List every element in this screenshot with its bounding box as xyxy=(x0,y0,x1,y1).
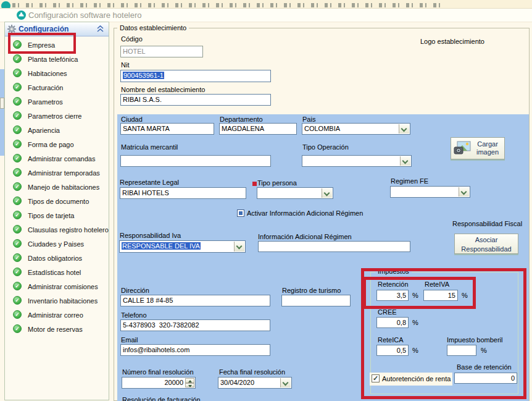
sidebar-item-label: Tipos de tarjeta xyxy=(28,212,74,219)
check-circle-icon: ✓ xyxy=(13,69,22,77)
sidebar-item-label: Ciudades y Paises xyxy=(28,240,84,248)
dropdown-arrow-icon[interactable] xyxy=(280,378,291,387)
check-circle-icon: ✓ xyxy=(13,54,22,63)
sidebar-item-label: Manejo de habitaciones xyxy=(28,184,99,191)
sidebar-item-label: Facturación xyxy=(28,84,63,91)
numero-final-resolucion-spinner[interactable]: 20000 xyxy=(122,377,196,389)
window-title-bar: Configuración software hotelero xyxy=(0,9,532,22)
sidebar-item-habitaciones[interactable]: ✓Habitaciones xyxy=(5,67,109,81)
app-window: Configuración software hotelero Configur… xyxy=(0,0,532,401)
check-circle-icon: ✓ xyxy=(13,268,22,276)
sidebar-item-label: Clausulas registro hotelero xyxy=(28,226,109,234)
spinner-up-icon[interactable] xyxy=(185,378,194,383)
sidebar-item-datos-obligatorios[interactable]: ✓Datos obligatorios xyxy=(5,251,109,266)
dropdown-arrow-icon[interactable] xyxy=(400,156,410,166)
sidebar-item-tipos-de-documento[interactable]: ✓Tipos de documento xyxy=(5,195,109,209)
ciudad-input[interactable]: SANTA MARTA xyxy=(120,123,214,135)
resolucion-facturacion-label: Resolución de facturación xyxy=(122,396,201,401)
matricula-mercantil-input[interactable] xyxy=(120,155,271,167)
dock-strip-blue-bottom xyxy=(0,109,4,156)
sidebar-item-label: Motor de reservas xyxy=(28,326,83,333)
check-circle-icon: ✓ xyxy=(13,225,22,234)
codigo-input[interactable]: HOTEL xyxy=(120,46,203,57)
ciudad-label: Ciudad xyxy=(121,116,143,123)
check-circle-icon: ✓ xyxy=(13,182,22,191)
departamento-input[interactable]: MAGDALENA xyxy=(219,123,297,135)
check-circle-icon: ✓ xyxy=(13,196,22,205)
registro-turismo-label: Registro de turismo xyxy=(282,287,341,294)
info-adicional-input[interactable] xyxy=(258,241,410,252)
telefono-input[interactable]: 5-4378903 320-7382082 xyxy=(120,319,270,331)
sidebar-item-motor-de-reservas[interactable]: ✓Motor de reservas xyxy=(5,323,109,337)
sidebar-item-tipos-de-tarjeta[interactable]: ✓Tipos de tarjeta xyxy=(5,209,109,223)
sidebar-item-parametros[interactable]: ✓Parametros xyxy=(5,95,109,109)
dropdown-arrow-icon[interactable] xyxy=(234,242,244,251)
numero-final-resolucion-label: Número final resolución xyxy=(122,368,194,376)
check-circle-icon: ✓ xyxy=(13,310,22,319)
pais-select[interactable]: COLOMBIA xyxy=(302,123,410,135)
chevron-double-up-icon[interactable] xyxy=(97,25,104,33)
nit-input[interactable]: 900453961-1 xyxy=(120,70,271,82)
sidebar-item-label: Inventario habitaciones xyxy=(28,297,98,305)
responsabilidad-iva-select[interactable]: RESPONSABLE DEL IVA xyxy=(119,240,246,253)
sidebar-item-clausulas-registro-hotelero[interactable]: ✓Clausulas registro hotelero xyxy=(5,223,109,237)
check-circle-icon: ✓ xyxy=(13,140,22,148)
representante-legal-label: Represetante Legal xyxy=(120,179,179,186)
sidebar-item-forma-de-pago[interactable]: ✓Forma de pago xyxy=(5,138,109,152)
sidebar-item-facturacion[interactable]: ✓Facturación xyxy=(5,81,109,95)
sidebar-item-administrar-correo[interactable]: ✓Administrar correo xyxy=(5,308,109,323)
check-circle-icon: ✓ xyxy=(13,239,22,248)
cargar-imagen-button[interactable]: Cargar imagen xyxy=(451,137,505,159)
dropdown-arrow-icon[interactable] xyxy=(399,124,409,133)
email-label: Email xyxy=(121,336,138,344)
tipo-persona-label: Tipo persona xyxy=(257,179,297,187)
sidebar-item-administrar-temporadas[interactable]: ✓Administrar temporadas xyxy=(5,166,109,180)
info-adicional-label: Información Adicional Régimen xyxy=(258,233,352,240)
sidebar-item-planta-telefonica[interactable]: ✓Planta telefónica xyxy=(5,53,109,67)
nombre-establecimiento-input[interactable]: RIBAI S.A.S. xyxy=(120,94,271,106)
sidebar-item-estadisticas-hotel[interactable]: ✓Estadísticas hotel xyxy=(5,266,109,280)
representante-legal-input[interactable]: RIBAI HOTELS xyxy=(120,187,246,199)
sidebar-item-inventario-habitaciones[interactable]: ✓Inventario habitaciones xyxy=(5,294,109,308)
asociar-responsabilidad-button[interactable]: Asociar Responsabilidad xyxy=(454,234,518,254)
fecha-final-value: 30/04/2020 xyxy=(220,379,254,386)
check-circle-icon: ✓ xyxy=(13,324,22,333)
responsabilidad-fiscal-label: Responsabilidad Fiscal xyxy=(452,220,522,227)
activar-info-checkbox[interactable] xyxy=(237,209,244,217)
direccion-input[interactable]: CALLE 18 #4-85 xyxy=(120,295,270,306)
groupbox-title: Datos establecimiento xyxy=(117,24,189,32)
email-input[interactable]: infos@ribaihotels.com xyxy=(120,344,270,356)
dropdown-arrow-icon[interactable] xyxy=(322,188,332,198)
sidebar-item-administrar-comisiones[interactable]: ✓Administrar comisiones xyxy=(5,280,109,294)
tipo-operacion-select[interactable] xyxy=(302,155,412,167)
sidebar-item-administrar-comandas[interactable]: ✓Administrar comandas xyxy=(5,152,109,166)
spinner-down-icon[interactable] xyxy=(185,383,194,388)
check-circle-icon: ✓ xyxy=(13,296,22,305)
regimen-fe-select[interactable] xyxy=(390,186,470,198)
fecha-final-resolucion-datepicker[interactable]: 30/04/2020 xyxy=(218,377,292,389)
activar-info-label: Activar Información Adicional Régimen xyxy=(247,209,363,217)
check-circle-icon: ✓ xyxy=(13,111,22,120)
direccion-label: Dirección xyxy=(121,287,149,294)
hotel-app-icon xyxy=(17,11,26,20)
sidebar-title: Configuración xyxy=(19,25,69,33)
check-circle-icon: ✓ xyxy=(13,125,22,134)
sidebar-item-ciudades-y-paises[interactable]: ✓Ciudades y Paises xyxy=(5,237,109,251)
pais-value: COLOMBIA xyxy=(304,125,340,132)
sidebar-item-label: Administrar comisiones xyxy=(28,283,98,290)
parent-app-icon xyxy=(1,1,10,9)
configuration-sidebar: Configuración ✓Empresa ✓Planta telefónic… xyxy=(4,22,109,400)
pais-label: Pais xyxy=(302,116,315,123)
sidebar-item-apariencia[interactable]: ✓Apariencia xyxy=(5,124,109,138)
dropdown-arrow-icon[interactable] xyxy=(459,187,469,196)
registro-turismo-input[interactable] xyxy=(281,295,351,306)
sidebar-item-label: Apariencia xyxy=(28,127,60,134)
gear-icon xyxy=(7,25,16,33)
tipo-persona-select[interactable] xyxy=(257,187,333,199)
sidebar-item-label: Administrar correo xyxy=(28,311,83,319)
sidebar-item-manejo-de-habitaciones[interactable]: ✓Manejo de habitaciones xyxy=(5,180,109,195)
telefono-label: Telefono xyxy=(121,311,147,319)
nombre-establecimiento-label: Nombre del establecimiento xyxy=(121,86,205,93)
responsabilidad-iva-selected-text: RESPONSABLE DEL IVA xyxy=(122,242,201,250)
sidebar-item-parametros-cierre[interactable]: ✓Parametros cierre xyxy=(5,109,109,124)
